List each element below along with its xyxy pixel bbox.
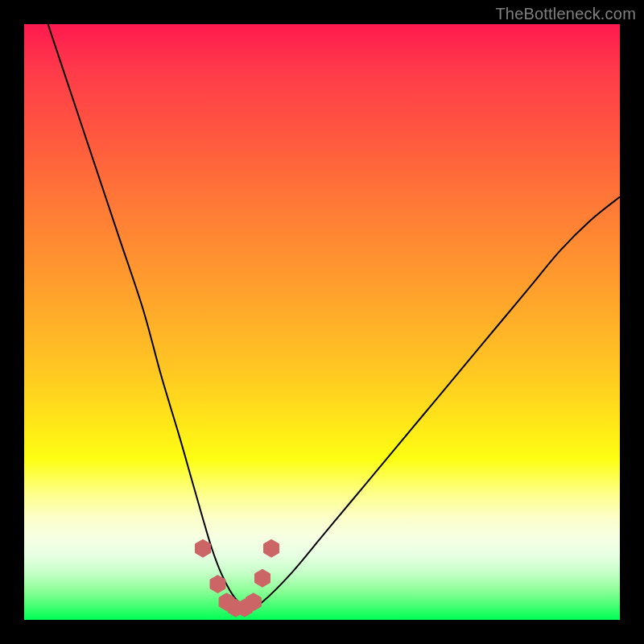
bottleneck-curve (48, 24, 620, 608)
data-point (255, 569, 270, 587)
data-point (210, 576, 225, 593)
chart-frame: TheBottleneck.com (0, 0, 644, 644)
chart-overlay-svg (24, 24, 620, 620)
watermark-text: TheBottleneck.com (495, 5, 636, 23)
data-point (196, 539, 211, 557)
data-point (246, 593, 261, 611)
data-point (264, 539, 279, 557)
highlighted-points-group (196, 539, 279, 617)
